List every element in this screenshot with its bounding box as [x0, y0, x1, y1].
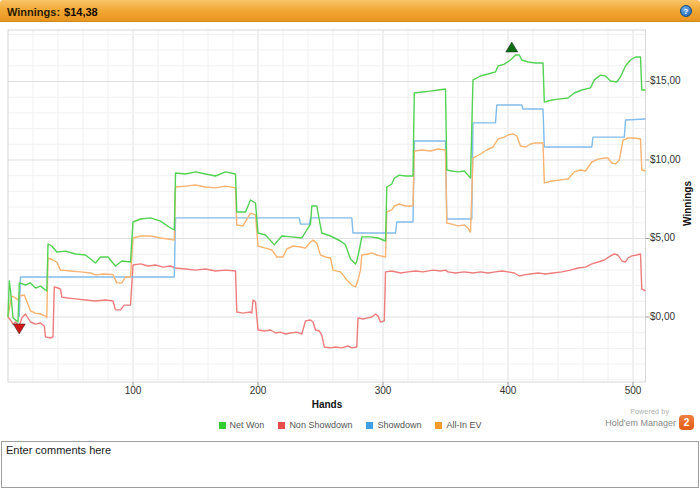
legend-item-net-won: Net Won	[219, 420, 265, 430]
winnings-title-label: Winnings:	[7, 6, 60, 18]
series-line-all-in-ev	[8, 134, 646, 318]
legend-item-non-showdown: Non Showdown	[278, 420, 352, 430]
powered-by-branding: Powered by Hold'em Manager 2	[605, 408, 694, 430]
plot-area	[0, 22, 700, 441]
legend-item-all-in-ev: All-In EV	[435, 420, 481, 430]
winnings-chart: 100200300400500 $0,00$5,00$10,00$15,00 H…	[0, 22, 700, 441]
x-axis-title: Hands	[312, 399, 343, 410]
legend-swatch-icon	[219, 422, 226, 429]
legend-swatch-icon	[366, 422, 373, 429]
legend-label: Showdown	[377, 420, 421, 430]
y-axis-title: Winnings	[682, 176, 693, 232]
winnings-value: $14,38	[64, 6, 98, 18]
titlebar: Winnings:$14,38 ?	[0, 0, 700, 22]
holdem-manager-graph-window: Winnings:$14,38 ? 100200300400500 $0,00$…	[0, 0, 700, 492]
legend-label: Non Showdown	[289, 420, 352, 430]
holdem-manager-text: Hold'em Manager	[605, 418, 676, 428]
comments-input[interactable]	[1, 441, 699, 488]
series-line-net-won	[8, 55, 646, 322]
plot-border	[8, 30, 646, 382]
legend-label: Net Won	[230, 420, 265, 430]
hem2-badge-icon: 2	[679, 415, 694, 430]
legend-swatch-icon	[278, 422, 285, 429]
comments-section	[1, 441, 699, 490]
legend-label: All-In EV	[446, 420, 481, 430]
legend: Net WonNon ShowdownShowdownAll-In EV	[0, 420, 700, 430]
help-icon[interactable]: ?	[680, 5, 692, 17]
legend-swatch-icon	[435, 422, 442, 429]
powered-by-text: Powered by	[605, 408, 694, 415]
legend-item-showdown: Showdown	[366, 420, 421, 430]
